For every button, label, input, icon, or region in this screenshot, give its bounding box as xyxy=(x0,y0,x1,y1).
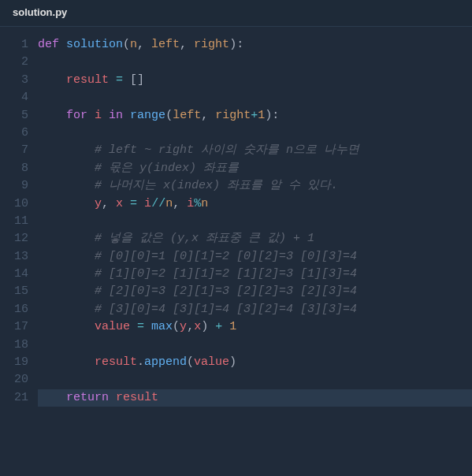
line-number: 18 xyxy=(0,337,28,354)
line-number: 9 xyxy=(0,177,28,195)
code-line[interactable] xyxy=(38,89,472,106)
line-number: 10 xyxy=(0,195,28,213)
line-number: 2 xyxy=(0,54,28,71)
line-number: 17 xyxy=(0,318,28,336)
line-number: 19 xyxy=(0,354,28,371)
code-line[interactable]: return result xyxy=(38,389,472,407)
code-line[interactable]: # [2][0]=3 [2][1]=3 [2][2]=3 [2][3]=4 xyxy=(38,283,472,300)
code-line[interactable]: # 넣을 값은 (y,x 좌표중 큰 값) + 1 xyxy=(38,230,472,247)
code-editor: solution.py 1234567891011121314151617181… xyxy=(0,0,472,476)
line-number: 8 xyxy=(0,160,28,177)
code-line[interactable]: result = [] xyxy=(38,72,472,89)
code-line[interactable] xyxy=(38,371,472,389)
code-content[interactable]: def solution(n, left, right): result = [… xyxy=(38,36,472,476)
line-number: 4 xyxy=(0,89,28,106)
file-tab[interactable]: solution.py xyxy=(13,6,67,18)
code-line[interactable] xyxy=(38,125,472,142)
code-line[interactable]: # 나머지는 x(index) 좌표를 알 수 있다. xyxy=(38,177,472,195)
code-line[interactable] xyxy=(38,337,472,354)
line-number: 15 xyxy=(0,283,28,300)
code-line[interactable]: result.append(value) xyxy=(38,354,472,371)
code-line[interactable] xyxy=(38,213,472,230)
code-line[interactable]: y, x = i//n, i%n xyxy=(38,195,472,213)
line-number: 6 xyxy=(0,125,28,142)
tab-bar: solution.py xyxy=(0,0,472,27)
code-line[interactable]: for i in range(left, right+1): xyxy=(38,107,472,125)
line-number: 3 xyxy=(0,72,28,89)
code-area[interactable]: 123456789101112131415161718192021 def so… xyxy=(0,27,472,476)
code-line[interactable]: # [0][0]=1 [0][1]=2 [0][2]=3 [0][3]=4 xyxy=(38,248,472,266)
code-line[interactable]: # 몫은 y(index) 좌표를 xyxy=(38,160,472,177)
line-gutter: 123456789101112131415161718192021 xyxy=(0,36,38,476)
line-number: 1 xyxy=(0,36,28,54)
code-line[interactable]: # [1][0]=2 [1][1]=2 [1][2]=3 [1][3]=4 xyxy=(38,266,472,283)
line-number: 5 xyxy=(0,107,28,125)
line-number: 11 xyxy=(0,213,28,230)
line-number: 16 xyxy=(0,301,28,318)
code-line[interactable] xyxy=(38,54,472,71)
line-number: 12 xyxy=(0,230,28,247)
code-line[interactable]: # left ~ right 사이의 숫자를 n으로 나누면 xyxy=(38,142,472,159)
line-number: 13 xyxy=(0,248,28,266)
line-number: 21 xyxy=(0,389,28,407)
line-number: 7 xyxy=(0,142,28,159)
code-line[interactable]: value = max(y,x) + 1 xyxy=(38,318,472,336)
code-line[interactable]: def solution(n, left, right): xyxy=(38,36,472,54)
line-number: 14 xyxy=(0,266,28,283)
code-line[interactable]: # [3][0]=4 [3][1]=4 [3][2]=4 [3][3]=4 xyxy=(38,301,472,318)
line-number: 20 xyxy=(0,371,28,389)
